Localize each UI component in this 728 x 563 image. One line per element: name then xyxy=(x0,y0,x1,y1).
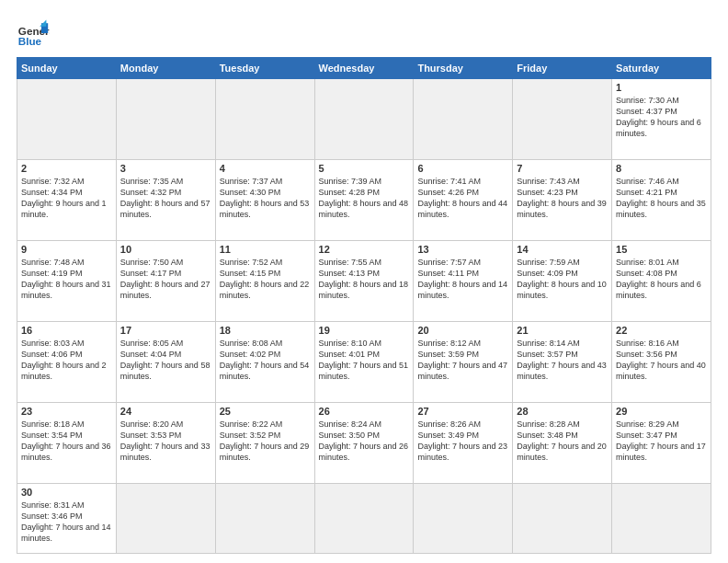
day-info: Sunrise: 8:08 AM Sunset: 4:02 PM Dayligh… xyxy=(220,338,311,383)
calendar-cell xyxy=(612,483,711,553)
calendar-cell xyxy=(314,483,414,553)
day-number: 25 xyxy=(220,406,311,417)
day-info: Sunrise: 8:05 AM Sunset: 4:04 PM Dayligh… xyxy=(120,338,211,383)
day-info: Sunrise: 7:55 AM Sunset: 4:13 PM Dayligh… xyxy=(319,257,410,302)
calendar-cell xyxy=(215,79,314,160)
day-info: Sunrise: 7:59 AM Sunset: 4:09 PM Dayligh… xyxy=(517,257,608,302)
header: General Blue xyxy=(17,17,711,50)
day-info: Sunrise: 8:22 AM Sunset: 3:52 PM Dayligh… xyxy=(220,419,311,464)
calendar-cell: 25Sunrise: 8:22 AM Sunset: 3:52 PM Dayli… xyxy=(215,402,314,483)
day-info: Sunrise: 7:32 AM Sunset: 4:34 PM Dayligh… xyxy=(21,176,112,221)
calendar-week-row: 1Sunrise: 7:30 AM Sunset: 4:37 PM Daylig… xyxy=(17,79,711,160)
calendar-cell: 10Sunrise: 7:50 AM Sunset: 4:17 PM Dayli… xyxy=(116,240,215,321)
day-number: 13 xyxy=(417,244,508,255)
day-number: 9 xyxy=(21,244,112,255)
day-number: 29 xyxy=(616,406,707,417)
day-number: 24 xyxy=(120,406,211,417)
calendar-cell xyxy=(116,483,215,553)
calendar-week-row: 9Sunrise: 7:48 AM Sunset: 4:19 PM Daylig… xyxy=(17,240,711,321)
day-info: Sunrise: 7:52 AM Sunset: 4:15 PM Dayligh… xyxy=(220,257,311,302)
day-number: 1 xyxy=(616,82,707,93)
day-info: Sunrise: 8:03 AM Sunset: 4:06 PM Dayligh… xyxy=(21,338,112,383)
calendar-cell: 21Sunrise: 8:14 AM Sunset: 3:57 PM Dayli… xyxy=(513,321,612,402)
calendar-table: SundayMondayTuesdayWednesdayThursdayFrid… xyxy=(17,57,711,554)
calendar-cell: 28Sunrise: 8:28 AM Sunset: 3:48 PM Dayli… xyxy=(513,402,612,483)
day-number: 26 xyxy=(319,406,410,417)
day-number: 14 xyxy=(517,244,608,255)
day-info: Sunrise: 8:31 AM Sunset: 3:46 PM Dayligh… xyxy=(21,500,112,545)
calendar-header-thursday: Thursday xyxy=(414,58,513,79)
day-number: 18 xyxy=(220,325,311,336)
calendar-cell: 8Sunrise: 7:46 AM Sunset: 4:21 PM Daylig… xyxy=(612,159,711,240)
day-number: 21 xyxy=(517,325,608,336)
day-info: Sunrise: 8:12 AM Sunset: 3:59 PM Dayligh… xyxy=(417,338,508,383)
calendar-cell: 3Sunrise: 7:35 AM Sunset: 4:32 PM Daylig… xyxy=(116,159,215,240)
day-info: Sunrise: 8:14 AM Sunset: 3:57 PM Dayligh… xyxy=(517,338,608,383)
day-number: 19 xyxy=(319,325,410,336)
day-info: Sunrise: 7:57 AM Sunset: 4:11 PM Dayligh… xyxy=(417,257,508,302)
day-info: Sunrise: 8:18 AM Sunset: 3:54 PM Dayligh… xyxy=(21,419,112,464)
calendar-cell xyxy=(414,483,513,553)
calendar-cell: 6Sunrise: 7:41 AM Sunset: 4:26 PM Daylig… xyxy=(414,159,513,240)
day-number: 16 xyxy=(21,325,112,336)
calendar-cell: 20Sunrise: 8:12 AM Sunset: 3:59 PM Dayli… xyxy=(414,321,513,402)
calendar-cell: 7Sunrise: 7:43 AM Sunset: 4:23 PM Daylig… xyxy=(513,159,612,240)
day-info: Sunrise: 7:50 AM Sunset: 4:17 PM Dayligh… xyxy=(120,257,211,302)
calendar-header-friday: Friday xyxy=(513,58,612,79)
calendar-cell: 16Sunrise: 8:03 AM Sunset: 4:06 PM Dayli… xyxy=(17,321,117,402)
calendar-header-wednesday: Wednesday xyxy=(314,58,414,79)
day-number: 11 xyxy=(220,244,311,255)
day-number: 28 xyxy=(517,406,608,417)
day-info: Sunrise: 7:39 AM Sunset: 4:28 PM Dayligh… xyxy=(319,176,410,221)
calendar-cell xyxy=(116,79,215,160)
logo-icon: General Blue xyxy=(17,17,50,50)
day-info: Sunrise: 7:30 AM Sunset: 4:37 PM Dayligh… xyxy=(616,95,707,140)
calendar-cell: 29Sunrise: 8:29 AM Sunset: 3:47 PM Dayli… xyxy=(612,402,711,483)
day-info: Sunrise: 8:24 AM Sunset: 3:50 PM Dayligh… xyxy=(319,419,410,464)
day-info: Sunrise: 8:29 AM Sunset: 3:47 PM Dayligh… xyxy=(616,419,707,464)
day-number: 12 xyxy=(319,244,410,255)
calendar-cell: 14Sunrise: 7:59 AM Sunset: 4:09 PM Dayli… xyxy=(513,240,612,321)
calendar-cell: 2Sunrise: 7:32 AM Sunset: 4:34 PM Daylig… xyxy=(17,159,117,240)
calendar-header-sunday: Sunday xyxy=(17,58,117,79)
day-number: 2 xyxy=(21,163,112,174)
day-info: Sunrise: 7:48 AM Sunset: 4:19 PM Dayligh… xyxy=(21,257,112,302)
logo: General Blue xyxy=(17,17,55,50)
calendar-cell xyxy=(513,483,612,553)
calendar-week-row: 30Sunrise: 8:31 AM Sunset: 3:46 PM Dayli… xyxy=(17,483,711,553)
calendar-cell: 27Sunrise: 8:26 AM Sunset: 3:49 PM Dayli… xyxy=(414,402,513,483)
svg-marker-3 xyxy=(40,20,46,27)
day-number: 8 xyxy=(616,163,707,174)
day-number: 7 xyxy=(517,163,608,174)
calendar-cell xyxy=(513,79,612,160)
day-number: 22 xyxy=(616,325,707,336)
day-number: 15 xyxy=(616,244,707,255)
day-number: 4 xyxy=(220,163,311,174)
calendar-cell: 26Sunrise: 8:24 AM Sunset: 3:50 PM Dayli… xyxy=(314,402,414,483)
day-info: Sunrise: 7:37 AM Sunset: 4:30 PM Dayligh… xyxy=(220,176,311,221)
day-info: Sunrise: 7:41 AM Sunset: 4:26 PM Dayligh… xyxy=(417,176,508,221)
calendar-cell: 17Sunrise: 8:05 AM Sunset: 4:04 PM Dayli… xyxy=(116,321,215,402)
calendar-cell: 18Sunrise: 8:08 AM Sunset: 4:02 PM Dayli… xyxy=(215,321,314,402)
calendar-week-row: 16Sunrise: 8:03 AM Sunset: 4:06 PM Dayli… xyxy=(17,321,711,402)
page: General Blue SundayMondayTuesdayWednesda… xyxy=(0,0,728,563)
day-info: Sunrise: 8:01 AM Sunset: 4:08 PM Dayligh… xyxy=(616,257,707,302)
calendar-cell: 30Sunrise: 8:31 AM Sunset: 3:46 PM Dayli… xyxy=(17,483,117,553)
calendar-cell: 15Sunrise: 8:01 AM Sunset: 4:08 PM Dayli… xyxy=(612,240,711,321)
calendar-header-tuesday: Tuesday xyxy=(215,58,314,79)
calendar-cell: 13Sunrise: 7:57 AM Sunset: 4:11 PM Dayli… xyxy=(414,240,513,321)
day-number: 20 xyxy=(417,325,508,336)
calendar-header-monday: Monday xyxy=(116,58,215,79)
calendar-cell xyxy=(215,483,314,553)
calendar-cell: 11Sunrise: 7:52 AM Sunset: 4:15 PM Dayli… xyxy=(215,240,314,321)
day-number: 27 xyxy=(417,406,508,417)
calendar-cell xyxy=(414,79,513,160)
calendar-cell xyxy=(314,79,414,160)
day-number: 5 xyxy=(319,163,410,174)
calendar-cell: 22Sunrise: 8:16 AM Sunset: 3:56 PM Dayli… xyxy=(612,321,711,402)
calendar-cell: 12Sunrise: 7:55 AM Sunset: 4:13 PM Dayli… xyxy=(314,240,414,321)
day-number: 23 xyxy=(21,406,112,417)
calendar-cell: 19Sunrise: 8:10 AM Sunset: 4:01 PM Dayli… xyxy=(314,321,414,402)
calendar-cell xyxy=(17,79,117,160)
calendar-header-saturday: Saturday xyxy=(612,58,711,79)
